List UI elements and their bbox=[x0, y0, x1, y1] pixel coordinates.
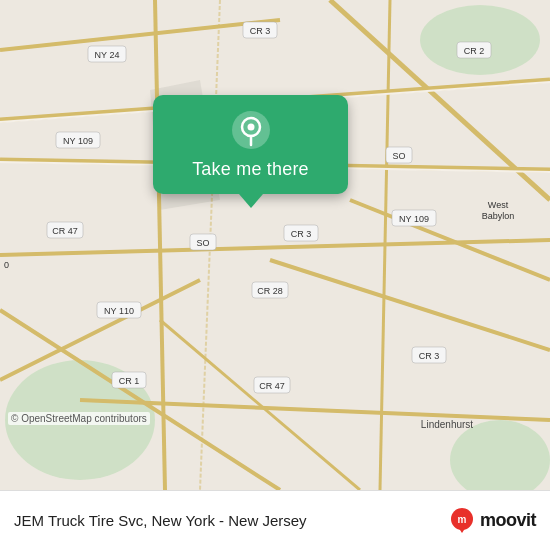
location-pin-icon bbox=[232, 111, 270, 149]
tooltip-card: Take me there bbox=[153, 95, 348, 194]
copyright-text: © OpenStreetMap contributors bbox=[8, 412, 150, 425]
svg-text:CR 28: CR 28 bbox=[257, 286, 283, 296]
svg-text:NY 109: NY 109 bbox=[399, 214, 429, 224]
moovit-logo: m moovit bbox=[448, 507, 536, 535]
svg-text:SO: SO bbox=[196, 238, 209, 248]
svg-text:CR 47: CR 47 bbox=[52, 226, 78, 236]
svg-text:SO: SO bbox=[392, 151, 405, 161]
take-me-there-button[interactable]: Take me there bbox=[192, 159, 309, 180]
bottom-bar: JEM Truck Tire Svc, New York - New Jerse… bbox=[0, 490, 550, 550]
moovit-brand-text: moovit bbox=[480, 510, 536, 531]
svg-marker-58 bbox=[458, 527, 466, 533]
svg-text:CR 1: CR 1 bbox=[119, 376, 140, 386]
svg-text:CR 3: CR 3 bbox=[250, 26, 271, 36]
svg-text:CR 47: CR 47 bbox=[259, 381, 285, 391]
moovit-brand-icon: m bbox=[448, 507, 476, 535]
map-container: NY 24 CR 3 CR 2 NY 109 SO CR 47 SO CR 3 … bbox=[0, 0, 550, 490]
svg-point-1 bbox=[420, 5, 540, 75]
svg-text:Lindenhurst: Lindenhurst bbox=[421, 419, 473, 430]
location-text: JEM Truck Tire Svc, New York - New Jerse… bbox=[14, 512, 307, 529]
svg-text:NY 110: NY 110 bbox=[104, 306, 134, 316]
svg-text:West: West bbox=[488, 200, 509, 210]
svg-text:m: m bbox=[458, 514, 467, 525]
svg-text:CR 2: CR 2 bbox=[464, 46, 485, 56]
svg-text:CR 3: CR 3 bbox=[291, 229, 312, 239]
svg-text:NY 24: NY 24 bbox=[95, 50, 120, 60]
svg-text:0: 0 bbox=[4, 260, 9, 270]
svg-point-55 bbox=[247, 124, 254, 131]
svg-text:Babylon: Babylon bbox=[482, 211, 515, 221]
svg-text:NY 109: NY 109 bbox=[63, 136, 93, 146]
svg-text:CR 3: CR 3 bbox=[419, 351, 440, 361]
